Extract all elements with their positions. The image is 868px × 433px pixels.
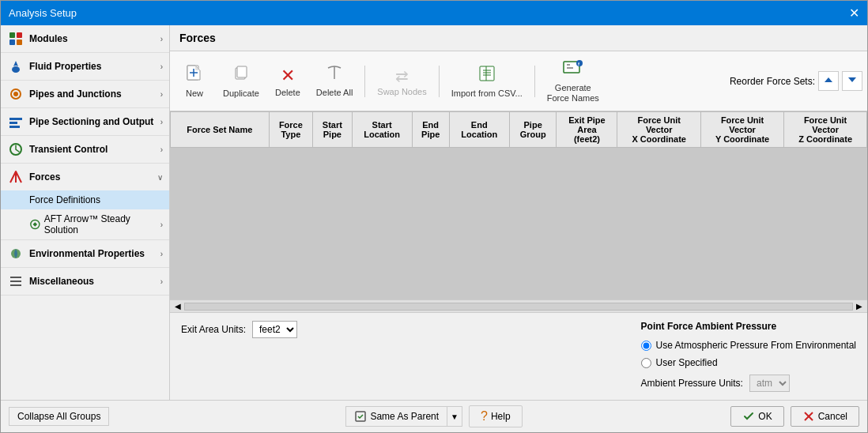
svg-rect-2 [9, 40, 15, 45]
modules-label: Modules [29, 33, 160, 44]
delete-all-label: Delete All [316, 88, 353, 97]
new-icon [185, 64, 204, 87]
svg-point-6 [13, 92, 18, 96]
radio-atmospheric-label: Use Atmospheric Pressure From Environmen… [656, 340, 856, 351]
toolbar-sep-1 [364, 66, 365, 97]
analysis-setup-window: Analysis Setup ✕ Modules › [0, 0, 868, 433]
generate-force-names-button[interactable]: f GenerateForce Names [540, 55, 606, 107]
sidebar-item-forces[interactable]: Forces ∨ [1, 164, 169, 190]
point-force-title: Point Force Ambient Pressure [641, 321, 856, 332]
sidebar-group-environmental: Environmental Properties › [1, 240, 169, 268]
ambient-pressure-label: Ambient Pressure Units: [641, 378, 743, 389]
reorder-up-button[interactable] [818, 71, 839, 91]
col-force-unit-x: Force UnitVectorX Coordinate [617, 112, 701, 148]
delete-all-icon [325, 65, 344, 86]
forces-table-container: Force Set Name ForceType StartPipe Start… [170, 111, 867, 299]
radio-user-specified-input[interactable] [641, 358, 651, 368]
cancel-button[interactable]: Cancel [791, 406, 859, 427]
svg-point-4 [12, 66, 20, 73]
pipes-icon [7, 85, 25, 103]
footer-center: Same As Parent ▼ ? Help [294, 405, 575, 427]
same-as-parent-icon [354, 410, 367, 423]
radio-user-specified-label: User Specified [656, 357, 718, 368]
footer: Collapse All Groups Same As Parent ▼ ? H… [1, 400, 867, 432]
new-label: New [186, 88, 203, 98]
transient-icon [7, 141, 25, 158]
forces-icon [7, 168, 25, 186]
sidebar-item-force-definitions[interactable]: Force Definitions [1, 190, 169, 209]
footer-right: OK Cancel [579, 406, 859, 427]
duplicate-button[interactable]: Duplicate [216, 60, 266, 102]
sidebar-item-sectioning[interactable]: Pipe Sectioning and Output › [1, 108, 169, 135]
cancel-label: Cancel [818, 411, 847, 422]
generate-force-names-label: GenerateForce Names [547, 83, 599, 104]
pipes-label: Pipes and Junctions [29, 88, 160, 100]
radio-use-atmospheric: Use Atmospheric Pressure From Environmen… [641, 340, 856, 351]
same-as-parent-dropdown[interactable]: ▼ [447, 406, 462, 427]
point-force-section: Point Force Ambient Pressure Use Atmosph… [641, 321, 856, 392]
sectioning-icon [7, 113, 25, 130]
svg-rect-7 [9, 118, 22, 120]
exit-area-units-select[interactable]: feet2 in2 m2 cm2 [252, 321, 297, 338]
sidebar-group-modules: Modules › [1, 25, 169, 53]
delete-icon: ✕ [281, 66, 295, 86]
sidebar-item-miscellaneous[interactable]: Miscellaneous › [1, 268, 169, 295]
radio-atmospheric-input[interactable] [641, 341, 651, 351]
sidebar-group-transient: Transient Control › [1, 136, 169, 164]
sectioning-label: Pipe Sectioning and Output [29, 116, 160, 127]
exit-area-units-section: Exit Area Units: feet2 in2 m2 cm2 [181, 321, 297, 338]
delete-button[interactable]: ✕ Delete [268, 62, 308, 101]
sidebar-item-fluid[interactable]: Fluid Properties › [1, 53, 169, 80]
toolbar-sep-3 [534, 66, 535, 97]
collapse-all-button[interactable]: Collapse All Groups [9, 407, 109, 426]
svg-rect-1 [17, 32, 22, 38]
miscellaneous-chevron: › [160, 277, 163, 286]
fluid-chevron: › [160, 62, 163, 71]
sidebar-item-environmental[interactable]: Environmental Properties › [1, 240, 169, 267]
scroll-right-arrow[interactable]: ▶ [853, 302, 866, 311]
ok-button[interactable]: OK [730, 406, 783, 427]
modules-chevron: › [160, 35, 163, 43]
transient-label: Transient Control [29, 144, 160, 155]
swap-nodes-button[interactable]: ⇄ Swap Nodes [370, 62, 433, 100]
import-csv-button[interactable]: Import from CSV... [444, 60, 530, 102]
sidebar: Modules › Fluid Properties › [1, 25, 170, 400]
sidebar-item-aft-arrow[interactable]: AFT Arrow™ Steady Solution › [1, 209, 169, 239]
svg-rect-3 [17, 40, 22, 45]
pipes-chevron: › [160, 90, 163, 99]
fluid-icon [7, 58, 25, 75]
sidebar-item-modules[interactable]: Modules › [1, 25, 169, 52]
ambient-pressure-select[interactable]: atm psi bar kPa [749, 375, 790, 392]
bottom-area: Exit Area Units: feet2 in2 m2 cm2 Point … [170, 312, 867, 400]
horizontal-scrollbar[interactable]: ◀ ▶ [170, 299, 867, 312]
scroll-track[interactable] [184, 303, 853, 311]
delete-all-button[interactable]: Delete All [309, 61, 360, 101]
footer-left: Collapse All Groups [9, 407, 289, 426]
radio-user-specified: User Specified [641, 357, 856, 368]
svg-rect-21 [237, 66, 247, 77]
col-exit-pipe-area: Exit PipeArea(feet2) [557, 112, 617, 148]
sectioning-chevron: › [160, 118, 163, 126]
col-start-location: StartLocation [352, 112, 412, 148]
col-force-set-name: Force Set Name [171, 112, 270, 148]
generate-force-names-icon: f [562, 58, 584, 81]
new-button[interactable]: New [175, 60, 214, 102]
reorder-down-button[interactable] [842, 71, 862, 91]
col-start-pipe: StartPipe [313, 112, 352, 148]
same-as-parent-button[interactable]: Same As Parent [345, 406, 447, 427]
svg-rect-16 [10, 284, 21, 286]
forces-subitems: Force Definitions AFT Arrow™ Steady Solu… [1, 190, 169, 239]
sidebar-item-pipes[interactable]: Pipes and Junctions › [1, 81, 169, 107]
help-button[interactable]: ? Help [469, 405, 523, 427]
title-bar: Analysis Setup ✕ [1, 1, 867, 25]
scroll-left-arrow[interactable]: ◀ [172, 302, 184, 311]
close-button[interactable]: ✕ [849, 6, 859, 21]
sidebar-group-miscellaneous: Miscellaneous › [1, 268, 169, 296]
sidebar-item-transient[interactable]: Transient Control › [1, 136, 169, 163]
miscellaneous-label: Miscellaneous [29, 276, 160, 287]
ok-icon [742, 410, 755, 423]
reorder-label: Reorder Force Sets: [730, 76, 815, 87]
col-end-location: EndLocation [449, 112, 509, 148]
forces-label: Forces [29, 171, 157, 183]
help-label: Help [491, 411, 511, 422]
